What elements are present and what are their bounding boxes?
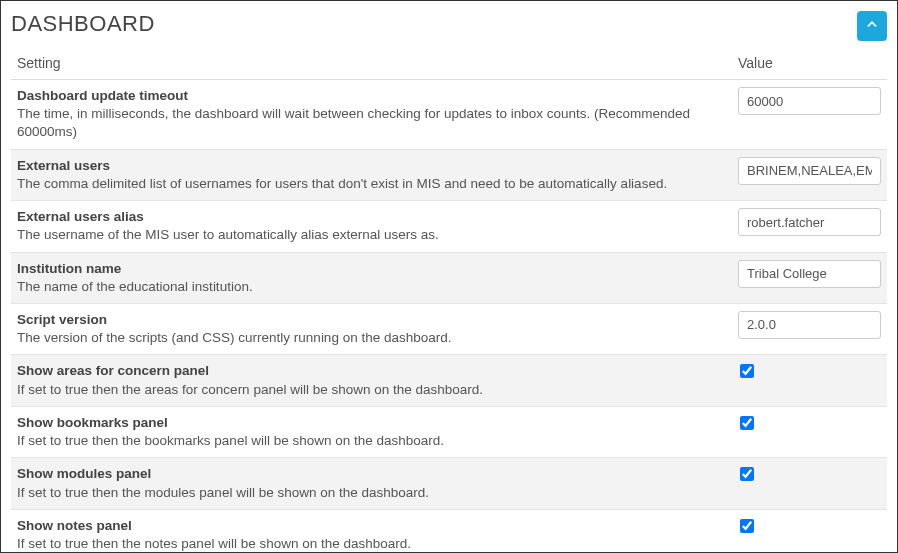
collapse-button[interactable] bbox=[857, 11, 887, 41]
setting-description: If set to true then the notes panel will… bbox=[17, 535, 728, 553]
setting-description: The username of the MIS user to automati… bbox=[17, 226, 728, 244]
value-cell bbox=[738, 87, 881, 115]
value-cell bbox=[738, 260, 881, 288]
setting-name: Script version bbox=[17, 311, 728, 329]
value-cell bbox=[738, 362, 881, 381]
setting-cell: Dashboard update timeoutThe time, in mil… bbox=[17, 87, 738, 142]
value-input[interactable] bbox=[738, 260, 881, 288]
setting-name: External users bbox=[17, 157, 728, 175]
value-cell bbox=[738, 517, 881, 536]
value-checkbox[interactable] bbox=[740, 467, 754, 481]
column-header-setting: Setting bbox=[17, 55, 738, 71]
settings-row: Show notes panelIf set to true then the … bbox=[11, 510, 887, 553]
setting-cell: Show bookmarks panelIf set to true then … bbox=[17, 414, 738, 450]
value-cell bbox=[738, 157, 881, 185]
setting-name: Show areas for concern panel bbox=[17, 362, 728, 380]
settings-row: External usersThe comma delimited list o… bbox=[11, 150, 887, 201]
setting-name: Show modules panel bbox=[17, 465, 728, 483]
setting-cell: Show notes panelIf set to true then the … bbox=[17, 517, 738, 553]
setting-name: External users alias bbox=[17, 208, 728, 226]
value-input[interactable] bbox=[738, 87, 881, 115]
value-checkbox[interactable] bbox=[740, 519, 754, 533]
table-header: Setting Value bbox=[11, 49, 887, 80]
setting-name: Institution name bbox=[17, 260, 728, 278]
value-cell bbox=[738, 465, 881, 484]
setting-cell: Script versionThe version of the scripts… bbox=[17, 311, 738, 347]
setting-name: Show notes panel bbox=[17, 517, 728, 535]
setting-description: If set to true then the modules panel wi… bbox=[17, 484, 728, 502]
page-title: DASHBOARD bbox=[11, 9, 155, 43]
value-input[interactable] bbox=[738, 311, 881, 339]
setting-cell: Show areas for concern panelIf set to tr… bbox=[17, 362, 738, 398]
column-header-value: Value bbox=[738, 55, 881, 71]
setting-name: Dashboard update timeout bbox=[17, 87, 728, 105]
setting-cell: Show modules panelIf set to true then th… bbox=[17, 465, 738, 501]
settings-row: Institution nameThe name of the educatio… bbox=[11, 253, 887, 304]
value-input[interactable] bbox=[738, 208, 881, 236]
settings-row: Script versionThe version of the scripts… bbox=[11, 304, 887, 355]
setting-name: Show bookmarks panel bbox=[17, 414, 728, 432]
settings-row: Dashboard update timeoutThe time, in mil… bbox=[11, 80, 887, 150]
value-input[interactable] bbox=[738, 157, 881, 185]
value-cell bbox=[738, 208, 881, 236]
value-checkbox[interactable] bbox=[740, 364, 754, 378]
setting-cell: External users aliasThe username of the … bbox=[17, 208, 738, 244]
settings-row: Show bookmarks panelIf set to true then … bbox=[11, 407, 887, 458]
value-cell bbox=[738, 414, 881, 433]
settings-row: Show areas for concern panelIf set to tr… bbox=[11, 355, 887, 406]
setting-description: The comma delimited list of usernames fo… bbox=[17, 175, 728, 193]
setting-description: The name of the educational institution. bbox=[17, 278, 728, 296]
setting-description: The version of the scripts (and CSS) cur… bbox=[17, 329, 728, 347]
settings-row: Show modules panelIf set to true then th… bbox=[11, 458, 887, 509]
value-cell bbox=[738, 311, 881, 339]
setting-description: The time, in milliseconds, the dashboard… bbox=[17, 105, 728, 141]
settings-row: External users aliasThe username of the … bbox=[11, 201, 887, 252]
setting-description: If set to true then the bookmarks panel … bbox=[17, 432, 728, 450]
setting-cell: External usersThe comma delimited list o… bbox=[17, 157, 738, 193]
setting-description: If set to true then the areas for concer… bbox=[17, 381, 728, 399]
chevron-up-icon bbox=[865, 17, 879, 35]
value-checkbox[interactable] bbox=[740, 416, 754, 430]
setting-cell: Institution nameThe name of the educatio… bbox=[17, 260, 738, 296]
